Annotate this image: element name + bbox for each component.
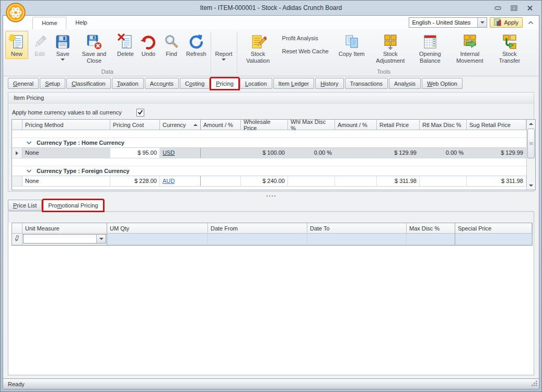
cell-um-qty[interactable]: [107, 234, 208, 245]
cell-special-price[interactable]: [455, 234, 532, 245]
stock-adjustment-button[interactable]: Stock Adjustment: [371, 31, 410, 66]
app-logo-icon[interactable]: [5, 2, 26, 23]
reset-web-cache-button[interactable]: Reset Web Cache: [282, 48, 329, 54]
column-header-pricing-method[interactable]: Pricing Method: [22, 120, 110, 130]
cell-whl-max-disc[interactable]: [288, 176, 335, 186]
cell-pricing-cost[interactable]: $ 95.00: [110, 148, 160, 158]
language-select[interactable]: English - United States: [409, 17, 487, 28]
new-item-row[interactable]: [12, 234, 532, 245]
cell-wholesale-price[interactable]: $ 100.00: [241, 148, 288, 158]
tab-accounts[interactable]: Accounts: [145, 78, 179, 89]
cell-amount[interactable]: [335, 148, 377, 158]
copy-item-button[interactable]: Copy Item: [336, 31, 368, 59]
cell-sug-retail-price[interactable]: $ 311.98: [467, 176, 526, 186]
tab-costing[interactable]: Costing: [180, 78, 210, 89]
opening-balance-button[interactable]: Opening Balance: [410, 31, 450, 66]
tab-history[interactable]: History: [315, 78, 343, 89]
find-button[interactable]: Find: [160, 31, 183, 59]
profit-analysis-button[interactable]: Profit Analysis: [282, 35, 329, 41]
column-header-pricing-cost[interactable]: Pricing Cost: [110, 120, 160, 130]
cell-whl-max-disc[interactable]: 0.00 %: [288, 148, 335, 158]
save-button[interactable]: Save: [51, 31, 74, 62]
cell-max-disc[interactable]: [407, 234, 455, 245]
column-header-date-from[interactable]: Date From: [208, 223, 307, 234]
maximize-button[interactable]: [508, 4, 520, 12]
column-header-special-price[interactable]: Special Price: [455, 223, 532, 234]
scrollbar-thumb[interactable]: [527, 129, 535, 158]
vertical-scrollbar[interactable]: [526, 120, 535, 190]
cell-retail-price[interactable]: $ 311.98: [377, 176, 420, 186]
column-header-max-disc[interactable]: Max Disc %: [407, 223, 455, 234]
collapse-ribbon-button[interactable]: [525, 17, 536, 28]
column-header-date-to[interactable]: Date To: [307, 223, 407, 234]
resize-grip[interactable]: [531, 380, 538, 388]
tab-location[interactable]: Location: [240, 78, 272, 89]
internal-movement-button[interactable]: Internal Movement: [450, 31, 490, 66]
tab-transactions[interactable]: Transactions: [345, 78, 388, 89]
column-header-um-qty[interactable]: UM Qty: [107, 223, 208, 234]
column-header-rtl-max-disc[interactable]: Rtl Max Disc %: [420, 120, 467, 130]
cell-currency[interactable]: AUD: [160, 176, 201, 186]
apply-button[interactable]: Apply: [490, 17, 523, 28]
cell-pricing-method[interactable]: None: [22, 176, 110, 186]
column-header-amount[interactable]: Amount / %: [201, 120, 241, 130]
scroll-up-button[interactable]: [527, 120, 535, 128]
ribbon-tab-help[interactable]: Help: [66, 17, 96, 29]
group-row-currency-type-home-currency[interactable]: Currency Type : Home Currency: [12, 137, 526, 148]
tab-pricing[interactable]: Pricing: [211, 78, 239, 89]
table-row[interactable]: None$ 228.00AUD$ 240.00$ 311.98$ 311.98: [12, 176, 526, 187]
tab-promotional-pricing[interactable]: Promotional Pricing: [43, 200, 103, 211]
ribbon-tab-home[interactable]: Home: [32, 17, 66, 29]
column-header-sug-retail-price[interactable]: Sug Retail Price: [467, 120, 526, 130]
tab-setup[interactable]: Setup: [40, 78, 65, 89]
save-and-close-button[interactable]: Save and Close: [74, 31, 114, 66]
report-button[interactable]: Report: [212, 31, 236, 62]
column-header-currency[interactable]: Currency: [160, 120, 201, 130]
tab-analysis[interactable]: Analysis: [389, 78, 421, 89]
cell-rtl-max-disc[interactable]: [420, 176, 467, 186]
splitter-handle[interactable]: [3, 192, 539, 199]
currency-link[interactable]: AUD: [163, 178, 175, 184]
language-dropdown-button[interactable]: [477, 18, 487, 27]
cell-date-from[interactable]: [208, 234, 307, 245]
delete-button[interactable]: Delete: [114, 31, 137, 59]
cell-amount[interactable]: [201, 176, 241, 186]
tab-general[interactable]: General: [8, 78, 39, 89]
new-button[interactable]: New: [5, 31, 28, 59]
cell-wholesale-price[interactable]: $ 240.00: [241, 176, 288, 186]
stock-valuation-button[interactable]: Stock Valuation: [238, 31, 278, 66]
group-row-currency-type-foreign-currency[interactable]: Currency Type : Foreign Currency: [12, 166, 526, 176]
stock-transfer-button[interactable]: Stock Transfer: [490, 31, 529, 66]
cell-pricing-method[interactable]: None: [22, 148, 110, 158]
cell-rtl-max-disc[interactable]: 0.00 %: [420, 148, 467, 158]
tab-classification[interactable]: Classification: [66, 78, 111, 89]
collapse-chevron-icon[interactable]: [26, 168, 32, 174]
tab-web-option[interactable]: Web Option: [422, 78, 463, 89]
tab-price-list[interactable]: Price List: [8, 200, 42, 211]
column-header-wholesale-price[interactable]: Wholesale Price: [241, 120, 288, 130]
close-button[interactable]: [524, 4, 536, 12]
apply-home-currency-checkbox[interactable]: [136, 109, 144, 117]
refresh-button[interactable]: Refresh: [183, 31, 210, 59]
unit-measure-combobox[interactable]: [23, 234, 106, 244]
currency-link[interactable]: USD: [163, 149, 175, 156]
minimize-button[interactable]: [491, 4, 504, 12]
tab-item-ledger[interactable]: Item Ledger: [273, 78, 315, 89]
cell-sug-retail-price[interactable]: $ 129.99: [467, 148, 526, 158]
cell-amount[interactable]: [201, 148, 241, 158]
unit-measure-dropdown-button[interactable]: [96, 235, 106, 243]
cell-retail-price[interactable]: $ 129.99: [377, 148, 420, 158]
cell-pricing-cost[interactable]: $ 228.00: [110, 176, 160, 186]
column-header-unit-measure[interactable]: Unit Measure: [22, 223, 107, 234]
cell-date-to[interactable]: [307, 234, 407, 245]
tab-taxation[interactable]: Taxation: [112, 78, 144, 89]
cell-amount[interactable]: [335, 176, 377, 186]
table-row[interactable]: None$ 95.00USD$ 100.000.00 %$ 129.990.00…: [12, 148, 526, 158]
scroll-down-button[interactable]: [527, 181, 535, 190]
undo-button[interactable]: Undo: [137, 31, 160, 59]
column-header-amount[interactable]: Amount / %: [335, 120, 377, 130]
collapse-chevron-icon[interactable]: [26, 140, 32, 146]
column-header-retail-price[interactable]: Retail Price: [377, 120, 420, 130]
column-header-whl-max-disc[interactable]: Whl Max Disc %: [288, 120, 335, 130]
cell-currency[interactable]: USD: [160, 148, 201, 158]
